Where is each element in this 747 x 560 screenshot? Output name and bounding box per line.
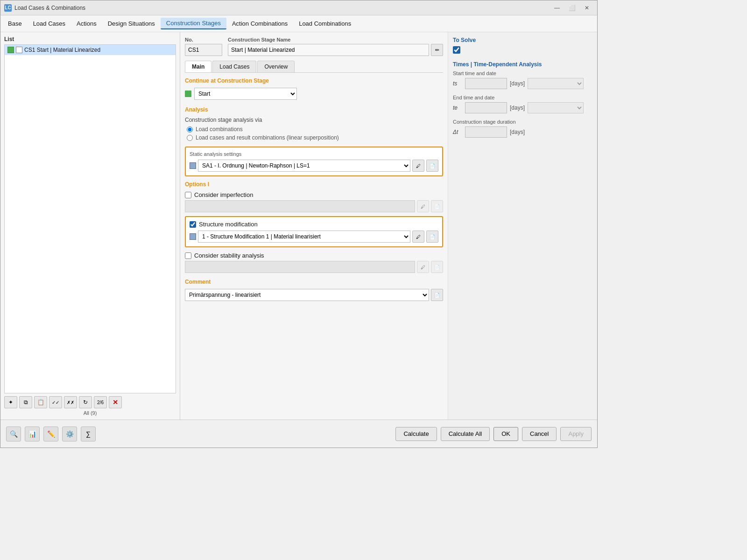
imperfection-copy-btn[interactable]: 📄 — [431, 200, 443, 212]
list-count: All (9) — [4, 410, 176, 416]
maximize-button[interactable]: ⬜ — [565, 3, 578, 13]
stability-checkbox[interactable] — [185, 252, 191, 259]
new-item-icon: ✦ — [8, 399, 13, 406]
name-input[interactable] — [228, 44, 429, 56]
cancel-button[interactable]: Cancel — [522, 427, 557, 441]
radio-load-cases[interactable] — [187, 135, 193, 141]
menu-load-cases[interactable]: Load Cases — [28, 18, 71, 29]
analysis-sub-label: Construction stage analysis via — [185, 117, 443, 123]
minimize-button[interactable]: — — [550, 3, 564, 13]
calculate-all-button[interactable]: Calculate All — [441, 427, 490, 441]
te-unit-select[interactable] — [528, 102, 584, 113]
menubar: Base Load Cases Actions Design Situation… — [0, 15, 597, 32]
radio-load-combinations-label: Load combinations — [196, 126, 243, 133]
imperfection-edit-btn[interactable]: 🖊 — [417, 200, 429, 212]
new-item-button[interactable]: ✦ — [4, 396, 17, 408]
structure-modification-select[interactable]: 1 - Structure Modification 1 | Material … — [198, 231, 410, 243]
right-content: No. Construction Stage Name ✏ — [180, 32, 597, 420]
comment-select[interactable]: Primärspannung - linearisiert — [185, 289, 429, 301]
menu-design-situations[interactable]: Design Situations — [102, 18, 161, 29]
copy-icon: ⧉ — [24, 399, 28, 406]
radio-row-load-cases: Load cases and result combinations (line… — [187, 134, 443, 141]
dt-input[interactable] — [465, 126, 507, 138]
name-edit-button[interactable]: ✏ — [431, 44, 443, 56]
number-format-button[interactable]: 2/6 — [94, 396, 107, 408]
end-time-group: End time and date te [days] — [453, 95, 592, 113]
no-label: No. — [185, 37, 222, 42]
menu-base[interactable]: Base — [2, 18, 28, 29]
radio-group: Load combinations Load cases and result … — [185, 126, 443, 141]
structure-mod-copy-btn[interactable]: 📄 — [426, 231, 438, 243]
structure-modification-checkbox[interactable] — [190, 221, 196, 228]
ts-input[interactable] — [465, 78, 507, 89]
options-i-label: Options I — [185, 181, 443, 188]
renumber-button[interactable]: ↻ — [79, 396, 92, 408]
imperfection-field — [185, 200, 415, 212]
static-analysis-select[interactable]: SA1 - I. Ordnung | Newton-Raphson | LS=1 — [198, 160, 410, 172]
search-icon: 🔍 — [10, 430, 18, 438]
to-solve-checkbox[interactable] — [453, 46, 460, 54]
uncheck-all-button[interactable]: ✗✗ — [64, 396, 77, 408]
ok-button[interactable]: OK — [493, 427, 518, 441]
dt-label: Δt — [453, 129, 462, 135]
tab-overview[interactable]: Overview — [257, 61, 295, 72]
imperfection-checkbox-row: Consider imperfection — [185, 191, 443, 198]
duration-group: Construction stage duration Δt [days] — [453, 119, 592, 138]
copy-button[interactable]: ⧉ — [19, 396, 32, 408]
ts-label: ts — [453, 80, 462, 87]
analysis-section: Analysis Construction stage analysis via… — [185, 106, 443, 141]
apply-button[interactable]: Apply — [560, 427, 592, 441]
delete-button[interactable]: ✕ — [109, 396, 122, 408]
comment-copy-btn[interactable]: 📄 — [431, 289, 443, 301]
tab-load-cases[interactable]: Load Cases — [212, 61, 256, 72]
menu-action-combinations[interactable]: Action Combinations — [226, 18, 293, 29]
continue-stage-select[interactable]: Start — [194, 88, 297, 100]
radio-load-combinations[interactable] — [187, 126, 193, 133]
titlebar-controls: — ⬜ ✕ — [550, 3, 593, 13]
bottom-icon-btn-3[interactable]: ✏️ — [43, 427, 58, 441]
static-analysis-box: Static analysis settings SA1 - I. Ordnun… — [185, 147, 443, 176]
paste-icon: 📋 — [37, 399, 44, 406]
calculate-button[interactable]: Calculate — [395, 427, 437, 441]
ts-unit-select[interactable] — [528, 78, 584, 89]
te-input[interactable] — [465, 102, 507, 113]
far-right-panel: To Solve Times | Time-Dependent Analysis… — [448, 32, 597, 420]
left-panel: List CS1 Start | Material Linearized ✦ ⧉ — [0, 32, 180, 420]
stability-label: Consider stability analysis — [194, 252, 264, 259]
stability-edit-btn[interactable]: 🖊 — [417, 261, 429, 273]
list-item[interactable]: CS1 Start | Material Linearized — [5, 45, 176, 55]
menu-load-combinations[interactable]: Load Combinations — [293, 18, 357, 29]
no-input[interactable] — [185, 44, 222, 56]
stability-group: Consider stability analysis 🖊 📄 — [185, 252, 443, 273]
stability-edit-icon: 🖊 — [421, 265, 425, 270]
structure-mod-edit-btn[interactable]: 🖊 — [412, 231, 424, 243]
analysis-label: Analysis — [185, 106, 443, 113]
te-label: te — [453, 105, 462, 111]
bottom-icon-btn-2[interactable]: 📊 — [25, 427, 40, 441]
structure-mod-color-icon — [190, 233, 196, 240]
imperfection-disabled-area: 🖊 📄 — [185, 200, 443, 212]
list-item-label: CS1 Start | Material Linearized — [24, 47, 100, 53]
times-title: Times | Time-Dependent Analysis — [453, 61, 592, 68]
stage-color-icon — [185, 91, 191, 97]
check-all-button[interactable]: ✓✓ — [49, 396, 62, 408]
tab-main[interactable]: Main — [185, 61, 211, 72]
filter-icon: ⚙️ — [66, 430, 74, 438]
menu-actions[interactable]: Actions — [71, 18, 102, 29]
continue-stage-dropdown-row: Start — [185, 88, 443, 100]
stability-copy-btn[interactable]: 📄 — [431, 261, 443, 273]
imperfection-checkbox[interactable] — [185, 192, 191, 198]
list-item-square-icon — [16, 47, 22, 53]
bottom-icon-btn-1[interactable]: 🔍 — [6, 427, 21, 441]
end-time-label: End time and date — [453, 95, 592, 100]
paste-button[interactable]: 📋 — [34, 396, 47, 408]
static-analysis-copy-btn[interactable]: 📄 — [426, 160, 438, 172]
list-label: List — [4, 36, 176, 42]
bottom-icon-btn-5[interactable]: ∑ — [81, 427, 96, 441]
close-button[interactable]: ✕ — [580, 3, 593, 13]
static-analysis-edit-btn[interactable]: 🖊 — [412, 160, 424, 172]
imperfection-edit-icon: 🖊 — [421, 204, 425, 209]
menu-construction-stages[interactable]: Construction Stages — [161, 18, 226, 29]
bottom-icon-btn-4[interactable]: ⚙️ — [62, 427, 77, 441]
bottom-toolbar: 🔍 📊 ✏️ ⚙️ ∑ Calculate Calculate All OK C… — [0, 420, 597, 448]
